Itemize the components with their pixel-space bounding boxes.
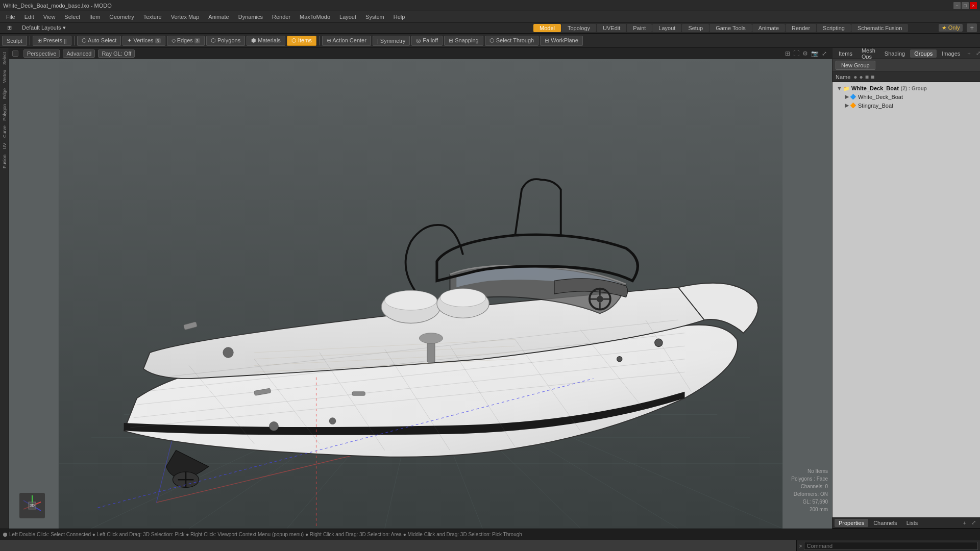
- tree-root-item[interactable]: ▼ 📁 White_Deck_Boat (2) : Group: [835, 84, 978, 92]
- menu-item-item[interactable]: Item: [85, 13, 104, 21]
- menu-item-render[interactable]: Render: [268, 13, 295, 21]
- mode-tab-layout[interactable]: Layout: [652, 24, 681, 32]
- expand-panel-button[interactable]: ⤢: [969, 519, 978, 526]
- star-only-button[interactable]: ★ Only: [939, 24, 963, 32]
- tree-child-item-1[interactable]: ▶ 🔷 White_Deck_Boat: [835, 92, 978, 101]
- mode-tab-schematic-fusion[interactable]: Schematic Fusion: [851, 24, 908, 32]
- statusbar-text: Left Double Click: Select Connected ● Le…: [9, 532, 522, 537]
- menu-item-maxtomodo[interactable]: MaxToModo: [296, 13, 334, 21]
- menu-item-dynamics[interactable]: Dynamics: [234, 13, 267, 21]
- edges-button[interactable]: ◇ Edges 3: [167, 36, 205, 46]
- sidebar-tab-vertex[interactable]: Vertex: [1, 68, 8, 85]
- svg-point-53: [223, 347, 233, 358]
- menu-item-layout[interactable]: Layout: [335, 13, 360, 21]
- titlebar: White_Deck_Boat_modo_base.lxo - MODO − □…: [0, 0, 980, 11]
- render-icon[interactable]: ■: [865, 73, 869, 81]
- minimize-button[interactable]: −: [953, 2, 961, 9]
- viewport-3d[interactable]: Perspective Advanced Ray GL: Off ⊞ ⛶ ⚙ 📷…: [9, 48, 832, 529]
- symmetry-button[interactable]: | Symmetry: [373, 36, 410, 46]
- properties-tab[interactable]: Properties: [835, 519, 868, 527]
- advanced-button[interactable]: Advanced: [63, 49, 95, 58]
- close-button[interactable]: ×: [970, 2, 977, 9]
- add-tab-button[interactable]: +: [967, 23, 977, 32]
- menu-item-view[interactable]: View: [39, 13, 60, 21]
- auto-select-button[interactable]: ⬡ Auto Select: [77, 36, 121, 46]
- lists-tab[interactable]: Lists: [902, 519, 922, 527]
- right-tab-add[interactable]: +: [965, 51, 972, 57]
- lock-icon[interactable]: ●: [860, 73, 863, 81]
- mode-tab-paint[interactable]: Paint: [627, 24, 652, 32]
- mode-tabs: ModelTopologyUVEditPaintLayoutSetupGame …: [505, 24, 937, 32]
- action-center-button[interactable]: ⊕ Action Center: [322, 36, 371, 46]
- new-group-button[interactable]: New Group: [836, 61, 875, 70]
- mode-tab-uvedit[interactable]: UVEdit: [597, 24, 626, 32]
- menu-item-texture[interactable]: Texture: [139, 13, 166, 21]
- scene-list-icon-row: ● ● ■ ■: [853, 73, 874, 81]
- child-item-1-label: White_Deck_Boat: [858, 94, 903, 100]
- right-tab-mesh-ops[interactable]: Mesh Ops: [857, 46, 879, 61]
- mode-tab-topology[interactable]: Topology: [561, 24, 596, 32]
- window-title: White_Deck_Boat_modo_base.lxo - MODO: [3, 3, 112, 9]
- ray-gl-button[interactable]: Ray GL: Off: [98, 49, 135, 58]
- new-group-bar: New Group: [832, 59, 980, 72]
- maximize-button[interactable]: □: [962, 2, 969, 9]
- mode-tab-animate[interactable]: Animate: [752, 24, 785, 32]
- right-tab-items[interactable]: Items: [835, 49, 856, 58]
- sidebar-tab-select[interactable]: Select: [1, 50, 8, 67]
- mode-tab-setup[interactable]: Setup: [682, 24, 709, 32]
- menu-item-edit[interactable]: Edit: [20, 13, 38, 21]
- menu-item-select[interactable]: Select: [60, 13, 84, 21]
- viewport-layout-icon[interactable]: ⊞: [785, 50, 790, 57]
- default-layouts-button[interactable]: Default Layouts ▾: [18, 23, 70, 32]
- items-button[interactable]: ⬡ Items: [287, 36, 316, 46]
- sidebar-tab-uv[interactable]: UV: [1, 141, 8, 152]
- svg-text:3D: 3D: [30, 503, 35, 508]
- viewport-maximize-icon[interactable]: ⛶: [793, 50, 799, 57]
- visibility-icon[interactable]: ●: [853, 73, 857, 81]
- layout-icon[interactable]: ⊞: [3, 23, 16, 32]
- menu-item-help[interactable]: Help: [389, 13, 409, 21]
- viewport-camera-icon[interactable]: 📷: [811, 50, 819, 57]
- menu-item-geometry[interactable]: Geometry: [105, 13, 138, 21]
- mode-tab-render[interactable]: Render: [786, 24, 816, 32]
- right-tab-groups[interactable]: Groups: [910, 49, 937, 58]
- sidebar-tab-edge[interactable]: Edge: [1, 86, 8, 101]
- mesh-icon-2: 🔶: [850, 103, 856, 108]
- sidebar-tab-curve[interactable]: Curve: [1, 123, 8, 140]
- right-tab-images[interactable]: Images: [938, 49, 964, 58]
- sidebar-tab-polygon[interactable]: Polygon: [1, 102, 8, 123]
- command-input[interactable]: [804, 542, 978, 550]
- right-panel-expand[interactable]: ⤢: [974, 50, 980, 57]
- select-icon[interactable]: ■: [871, 73, 874, 81]
- viewport-settings-icon[interactable]: ⚙: [802, 50, 808, 57]
- add-panel-button[interactable]: +: [961, 520, 968, 526]
- scene-tree[interactable]: ▼ 📁 White_Deck_Boat (2) : Group ▶ 🔷 Whit…: [832, 82, 980, 517]
- right-tab-shading[interactable]: Shading: [880, 49, 909, 58]
- tree-child-item-2[interactable]: ▶ 🔶 Stingray_Boat: [835, 101, 978, 110]
- workplane-button[interactable]: ⊟ WorkPlane: [540, 36, 583, 46]
- menu-item-animate[interactable]: Animate: [204, 13, 233, 21]
- snapping-button[interactable]: ⊞ Snapping: [444, 36, 483, 46]
- mode-tab-game-tools[interactable]: Game Tools: [709, 24, 752, 32]
- presets-button[interactable]: ⊞ Presets ||: [33, 36, 71, 46]
- channels-tab[interactable]: Channels: [869, 519, 901, 527]
- mode-tab-scripting[interactable]: Scripting: [817, 24, 851, 32]
- 3d-scene[interactable]: 3D No Items Polygons : Face Channels: 0 …: [9, 59, 832, 529]
- expand-arrow-3: ▶: [845, 102, 849, 109]
- falloff-button[interactable]: ◎ Falloff: [411, 36, 443, 46]
- menu-item-system[interactable]: System: [361, 13, 388, 21]
- vertices-button[interactable]: ✦ Vertices 3: [122, 36, 165, 46]
- polygons-button[interactable]: ⬡ Polygons: [206, 36, 245, 46]
- menu-item-vertex map[interactable]: Vertex Map: [167, 13, 204, 21]
- perspective-button[interactable]: Perspective: [23, 49, 60, 58]
- sculpt-button[interactable]: Sculpt: [2, 36, 27, 46]
- menu-item-file[interactable]: File: [2, 13, 19, 21]
- select-through-button[interactable]: ⬡ Select Through: [485, 36, 538, 46]
- svg-point-50: [617, 357, 622, 362]
- sidebar-tab-fusion[interactable]: Fusion: [1, 153, 8, 170]
- viewport-mode-button[interactable]: [12, 51, 18, 57]
- mode-tab-model[interactable]: Model: [533, 24, 561, 32]
- svg-point-49: [655, 339, 663, 346]
- viewport-expand-icon[interactable]: ⤢: [822, 50, 827, 57]
- materials-button[interactable]: ⬢ Materials: [247, 36, 285, 46]
